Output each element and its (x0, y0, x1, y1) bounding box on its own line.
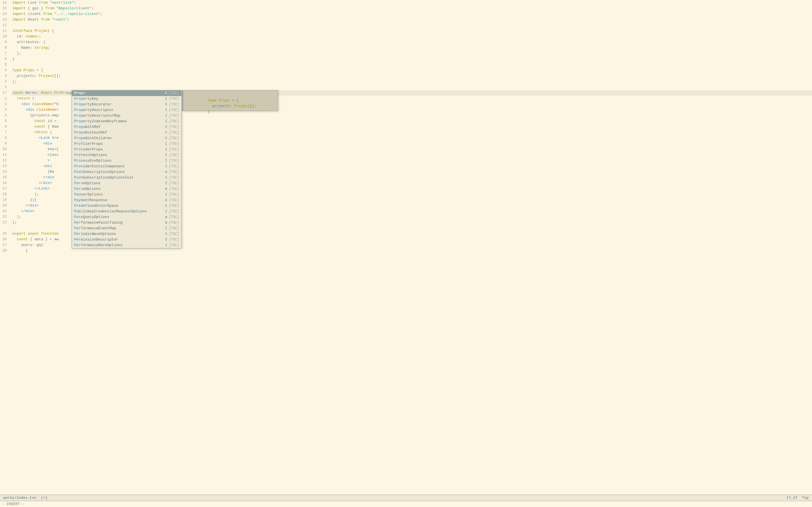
autocomplete-item-performancemarkoptions[interactable]: PerformanceMarkOptions I [TSC] (72, 242, 181, 248)
code-line: }; (12, 51, 812, 56)
code-line: type Props = { (12, 68, 812, 73)
vim-mode-bar: -- INSERT -- (0, 501, 812, 507)
autocomplete-item-parseoptions-i[interactable]: ParseOptions I [TSC] (72, 180, 181, 186)
modified-indicator: [+] (41, 496, 47, 500)
status-bar: works/index.tsx [+] 17,27 Top (0, 495, 812, 501)
vim-mode-label: -- (2, 502, 7, 506)
autocomplete-item-pushsubscriptionoptionsinit[interactable]: PushSubscriptionOptionsInit I [TSC] (72, 175, 181, 180)
autocomplete-item-permissiondescriptor[interactable]: PermissionDescriptor I [TSC] (72, 237, 181, 242)
autocomplete-item-parseoptions-v[interactable]: ParseOptions v [TSC] (72, 186, 181, 192)
autocomplete-dropdown[interactable]: Props C [TSC] PropertyKey C [TSC] (71, 90, 182, 248)
code-editor[interactable]: import Link from "next/link"; import { g… (10, 0, 812, 495)
autocomplete-item-panneroptions[interactable]: PannerOptions I [TSC] (72, 192, 181, 198)
code-line: import React from "react"; (12, 17, 812, 22)
autocomplete-item-props[interactable]: Props C [TSC] (72, 91, 181, 96)
autocomplete-item-prefetchoptions[interactable]: PrefetchOptions C [TSC] (72, 152, 181, 158)
autocomplete-item-processenv[interactable]: ProcessEnvOptions I [TSC] (72, 158, 181, 164)
autocomplete-item-propswithchildren[interactable]: PropsWithChildren C [TSC] (72, 135, 181, 141)
code-line: } (12, 56, 812, 62)
autocomplete-item-propertyindexedkeyframes[interactable]: PropertyIndexedKeyframes I [TSC] (72, 119, 181, 124)
autocomplete-item-propertydecorator[interactable]: PropertyDecorator C [TSC] (72, 102, 181, 107)
code-line (12, 22, 812, 28)
editor-area: 16 15 14 13 12 11 10 9 8 7 6 5 4 3 2 1 1… (0, 0, 812, 507)
autocomplete-item-publickey[interactable]: PublicKeyCredentialRequestOptions I [TSC… (72, 209, 181, 214)
autocomplete-item-purequeryoptions[interactable]: PureQueryOptions v [TSC] (72, 214, 181, 220)
peek-definition-panel: type Props = { projects: Project[]; } (182, 90, 278, 111)
autocomplete-item-providerexotic[interactable]: ProviderExoticComponent I [TSC] (72, 164, 181, 169)
code-line: { (12, 248, 812, 253)
code-line: Name: string; (12, 45, 812, 51)
code-line: interface Project { (12, 28, 812, 34)
autocomplete-item-propertydescriptor[interactable]: PropertyDescriptor I [TSC] (72, 107, 181, 113)
autocomplete-item-pushsubscriptionoptions[interactable]: PushSubscriptionOptions v [TSC] (72, 169, 181, 175)
autocomplete-item-paymentresponse[interactable]: PaymentResponse v [TSC] (72, 198, 181, 203)
code-line: }; (12, 79, 812, 84)
autocomplete-item-profilerprops[interactable]: ProfilerProps I [TSC] (72, 141, 181, 147)
code-line (12, 62, 812, 68)
code-line: import { gql } from "@apollo/client"; (12, 6, 812, 11)
code-line: attributes: { (12, 40, 812, 45)
autocomplete-item-propswithref[interactable]: PropsWithRef C [TSC] (72, 124, 181, 130)
code-line (12, 84, 812, 90)
filename: works/index.tsx (3, 496, 36, 500)
autocomplete-item-providerprops[interactable]: ProviderProps I [TSC] (72, 147, 181, 152)
autocomplete-item-predefined[interactable]: PredefinedColorSpace C [TSC] (72, 203, 181, 209)
line-numbers: 16 15 14 13 12 11 10 9 8 7 6 5 4 3 2 1 1… (0, 0, 10, 495)
autocomplete-item-propswithoutref[interactable]: PropsWithoutRef C [TSC] (72, 130, 181, 135)
code-line: projects: Project[]; (12, 73, 812, 79)
status-left: works/index.tsx [+] (3, 496, 47, 500)
autocomplete-item-performanceeventmap[interactable]: PerformanceEventMap I [TSC] (72, 226, 181, 231)
code-container: 16 15 14 13 12 11 10 9 8 7 6 5 4 3 2 1 1… (0, 0, 812, 495)
vim-mode: INSERT (7, 502, 20, 506)
code-line: import client from "../../apollo-client"… (12, 11, 812, 17)
vim-mode-suffix: -- (20, 502, 24, 506)
autocomplete-item-propertykey[interactable]: PropertyKey C [TSC] (72, 96, 181, 102)
peek-line: type Props = { (186, 92, 275, 98)
cursor-position: 17,27 (786, 496, 798, 500)
status-right: 17,27 Top (786, 496, 809, 500)
code-line: id: number; (12, 34, 812, 40)
autocomplete-item-periodicwave[interactable]: PeriodicWaveOptions I [TSC] (72, 231, 181, 237)
autocomplete-item-performancepainttiming[interactable]: PerformancePaintTiming v [TSC] (72, 220, 181, 226)
autocomplete-item-propertydescriptormap[interactable]: PropertyDescriptorMap I [TSC] (72, 113, 181, 119)
code-line: import Link from "next/link"; (12, 0, 812, 6)
scroll-position: Top (802, 496, 809, 500)
